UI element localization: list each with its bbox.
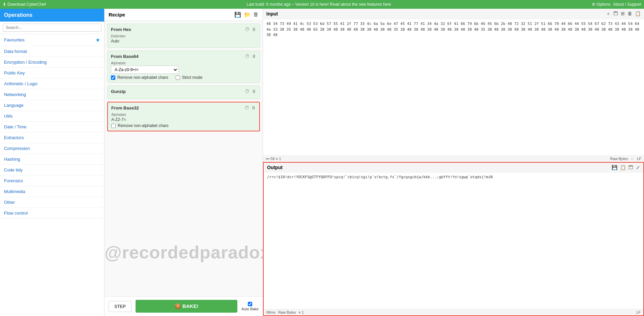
alphabet-select-base64[interactable]: A-Za-z0-9+/= A-Za-z0-9-_= <box>111 66 178 74</box>
step-icons-from-base64: ⏱ ⏸ <box>245 54 256 59</box>
sidebar-item-encryption[interactable]: Encryption / Encoding <box>0 57 104 68</box>
about-link[interactable]: About / Support <box>613 2 641 7</box>
options-link[interactable]: ⚙ Options <box>592 2 610 7</box>
lf-label: LF <box>637 157 641 161</box>
raw-bytes-label[interactable]: Raw Bytes <box>610 157 628 161</box>
auto-bake-wrap: Auto Bake <box>241 302 259 311</box>
input-add-button[interactable]: ＋ <box>606 11 611 17</box>
about-label: About / Support <box>613 2 641 7</box>
sidebar-item-favourites[interactable]: Favourites ★ <box>0 34 104 46</box>
strict-mode-checkbox-base64[interactable] <box>176 75 180 80</box>
output-expand-button[interactable]: 🗔 <box>628 165 633 170</box>
output-section: Output 💾 📋 🗔 ⤢ /rrc!$10!dcr!YDCKFS@STFYQ… <box>263 162 644 316</box>
remove-nonalpha-checkbox-base32[interactable] <box>111 124 116 128</box>
input-expand-button[interactable]: 🗔 <box>613 11 618 17</box>
download-label: Download CyberChef <box>7 2 46 7</box>
category-label: Utils <box>4 114 12 119</box>
delimiter-value: Auto <box>111 39 256 43</box>
sidebar-item-networking[interactable]: Networking <box>0 89 104 100</box>
bake-button[interactable]: 🍪 BAKE! <box>136 300 237 313</box>
bake-bar: STEP 🍪 BAKE! Auto Bake <box>105 296 263 316</box>
auto-bake-label[interactable]: Auto Bake <box>241 307 259 311</box>
step-title-gunzip: Gunzip <box>111 89 126 94</box>
main-layout: Operations Favourites ★ Data format Encr… <box>0 9 644 316</box>
download-link[interactable]: ⬇ Download CyberChef <box>3 2 46 7</box>
category-label: Compression <box>4 146 30 151</box>
search-input[interactable] <box>3 24 101 32</box>
sidebar-item-utils[interactable]: Utils <box>0 111 104 122</box>
category-label: Code tidy <box>4 167 23 172</box>
save-recipe-button[interactable]: 💾 <box>234 11 241 18</box>
step-icons-gunzip: ⏱ ⏸ <box>245 89 256 94</box>
input-content[interactable]: 48 34 73 49 41 4c 53 53 6d 57 55 41 2f 7… <box>263 19 644 155</box>
step-disable-gunzip[interactable]: ⏱ <box>245 89 250 94</box>
output-status-left: 68ms Raw Bytes ≡ 1 <box>266 310 304 314</box>
input-text: 48 34 73 49 41 4c 53 53 6d 57 55 41 2f 7… <box>266 22 639 37</box>
category-label: Hashing <box>4 157 20 162</box>
output-save-button[interactable]: 💾 <box>612 165 617 170</box>
alphabet-label-base32: Alphabet <box>111 113 256 117</box>
step-icons-from-hex: ⏱ ⏸ <box>245 27 256 32</box>
step-pause-from-base32[interactable]: ⏸ <box>251 105 256 110</box>
step-disable-from-base64[interactable]: ⏱ <box>245 54 250 59</box>
sidebar-item-arithmetic[interactable]: Arithmetic / Logic <box>0 78 104 89</box>
sidebar-title: Operations <box>4 12 32 18</box>
step-title-from-base32: From Base32 <box>111 105 139 110</box>
download-icon: ⬇ <box>3 2 6 7</box>
output-raw-bytes[interactable]: Raw Bytes <box>278 310 296 314</box>
sidebar-item-public-key[interactable]: Public Key <box>0 68 104 78</box>
recipe-steps: From Hex ⏱ ⏸ Delimiter Auto From Base64 … <box>105 21 263 296</box>
recipe-panel: Recipe 💾 📁 🗑 From Hex ⏱ ⏸ Delimiter <box>105 9 263 316</box>
step-pause-gunzip[interactable]: ⏸ <box>252 89 256 94</box>
remove-nonalpha-row-base32: Remove non-alphabet chars <box>111 123 256 128</box>
sidebar-item-code-tidy[interactable]: Code tidy <box>0 165 104 176</box>
sidebar-item-other[interactable]: Other <box>0 197 104 208</box>
input-status-right: Raw Bytes ← LF <box>610 157 641 161</box>
recipe-step-gunzip: Gunzip ⏱ ⏸ <box>107 86 260 99</box>
category-label: Public Key <box>4 70 25 75</box>
open-recipe-button[interactable]: 📁 <box>244 11 251 18</box>
sidebar-item-language[interactable]: Language <box>0 100 104 111</box>
category-label: Encryption / Encoding <box>4 60 47 65</box>
alphabet-field-base32: Alphabet A-Z2-7= <box>111 113 256 122</box>
step-disable-from-hex[interactable]: ⏱ <box>245 27 250 32</box>
step-pause-from-base64[interactable]: ⏸ <box>252 54 256 59</box>
auto-bake-checkbox[interactable] <box>248 302 252 306</box>
step-pause-from-hex[interactable]: ⏸ <box>252 27 256 32</box>
sidebar-item-date-time[interactable]: Date / Time <box>0 122 104 132</box>
output-status-bar: 68ms Raw Bytes ≡ 1 LF <box>264 309 643 315</box>
delimiter-field: Delimiter Auto <box>111 34 256 43</box>
remove-nonalpha-checkbox-base64[interactable] <box>111 75 115 80</box>
category-label: Arithmetic / Logic <box>4 81 38 86</box>
output-fullscreen-button[interactable]: ⤢ <box>636 165 640 170</box>
sidebar-item-data-format[interactable]: Data format <box>0 46 104 57</box>
output-lf-label: LF <box>636 310 641 314</box>
favourites-label: Favourites <box>4 37 25 42</box>
sidebar-item-extractors[interactable]: Extractors <box>0 132 104 143</box>
input-trash-button[interactable]: 🗑 <box>627 11 632 17</box>
input-copy-button[interactable]: 📋 <box>635 11 641 17</box>
output-text: /rrc!$10!dcr!YDCKFS@STFYQOFFO!spcq!`cbic… <box>267 175 493 179</box>
input-grid-button[interactable]: ⊞ <box>621 11 625 17</box>
sidebar-item-compression[interactable]: Compression <box>0 143 104 154</box>
alphabet-label-base64: Alphabet <box>111 61 256 65</box>
sidebar-item-hashing[interactable]: Hashing <box>0 154 104 165</box>
remove-nonalpha-label-base64[interactable]: Remove non-alphabet chars <box>117 75 168 80</box>
strict-mode-label-base64[interactable]: Strict mode <box>182 75 203 80</box>
output-lines: ≡ 1 <box>298 310 304 314</box>
remove-nonalpha-label-base32[interactable]: Remove non-alphabet chars <box>118 123 169 128</box>
category-label: Language <box>4 103 24 108</box>
star-icon: ★ <box>95 37 100 43</box>
step-disable-from-base32[interactable]: ⏱ <box>244 105 249 110</box>
output-copy-button[interactable]: 📋 <box>620 165 626 170</box>
output-status-right: LF <box>636 310 641 314</box>
clear-recipe-button[interactable]: 🗑 <box>253 11 259 18</box>
sidebar-item-multimedia[interactable]: Multimedia <box>0 186 104 197</box>
step-button[interactable]: STEP <box>109 301 131 312</box>
output-header: Output 💾 📋 🗔 ⤢ <box>264 163 643 172</box>
sidebar-item-flow-control[interactable]: Flow control <box>0 208 104 219</box>
recipe-toolbar: 💾 📁 🗑 <box>234 11 259 18</box>
sidebar-item-forensics[interactable]: Forensics <box>0 176 104 186</box>
delimiter-label: Delimiter <box>111 34 256 38</box>
category-label: Forensics <box>4 178 23 183</box>
